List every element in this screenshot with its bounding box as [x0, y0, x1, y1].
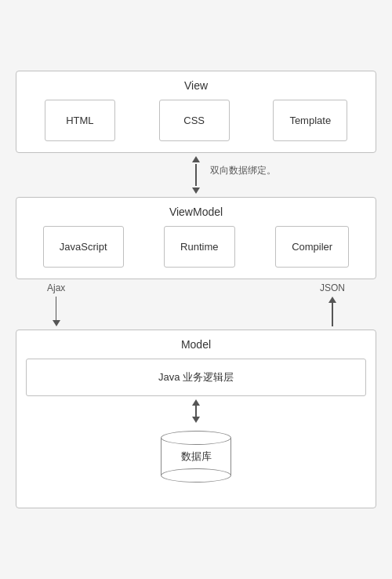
- db-arrow-down-icon: [192, 417, 200, 423]
- ajax-arrow-down-icon: [53, 320, 60, 326]
- json-line: [332, 303, 333, 326]
- viewmodel-title: ViewModel: [26, 206, 366, 218]
- view-viewmodel-arrow: 双向数据绑定。: [16, 153, 376, 197]
- viewmodel-items: JavaScript Runtime Compiler: [26, 226, 366, 268]
- architecture-diagram: View HTML CSS Template 双向数据绑定。 ViewModel…: [16, 71, 376, 508]
- view-items: HTML CSS Template: [26, 100, 366, 141]
- arrow-down-icon: [192, 188, 200, 194]
- javascript-item: JavaScript: [43, 226, 124, 268]
- view-layer: View HTML CSS Template: [16, 71, 376, 153]
- html-item: HTML: [45, 100, 115, 141]
- runtime-item: Runtime: [164, 226, 234, 268]
- db-arrow-up-icon: [192, 399, 200, 406]
- ajax-line: [56, 297, 57, 320]
- arrow-shaft: [195, 164, 197, 186]
- java-box: Java 业务逻辑层: [26, 359, 366, 396]
- binding-label: 双向数据绑定。: [210, 164, 276, 177]
- json-shaft: [328, 297, 336, 326]
- model-title: Model: [26, 338, 366, 351]
- viewmodel-layer: ViewModel JavaScript Runtime Compiler: [16, 197, 376, 279]
- ajax-json-arrows: Ajax JSON: [16, 279, 376, 330]
- view-title: View: [26, 79, 366, 92]
- compiler-item: Compiler: [275, 226, 349, 268]
- ajax-arrow-col: Ajax: [47, 282, 65, 326]
- cylinder-bottom: [161, 468, 231, 482]
- database-cylinder: 数据库: [161, 431, 231, 497]
- cylinder-top: [161, 431, 231, 445]
- json-label: JSON: [320, 282, 345, 293]
- db-shaft: [195, 406, 197, 417]
- template-item: Template: [273, 100, 347, 141]
- model-inner: Java 业务逻辑层 数据库: [26, 359, 366, 497]
- db-label: 数据库: [181, 450, 212, 464]
- model-layer: Model Java 业务逻辑层 数据库: [16, 330, 376, 508]
- ajax-shaft: [53, 297, 60, 326]
- db-arrow: [192, 399, 200, 428]
- json-arrow-col: JSON: [320, 282, 345, 326]
- json-arrow-up-icon: [328, 297, 336, 303]
- css-item: CSS: [159, 100, 230, 141]
- arrow-up-icon: [192, 156, 200, 162]
- ajax-label: Ajax: [47, 282, 65, 293]
